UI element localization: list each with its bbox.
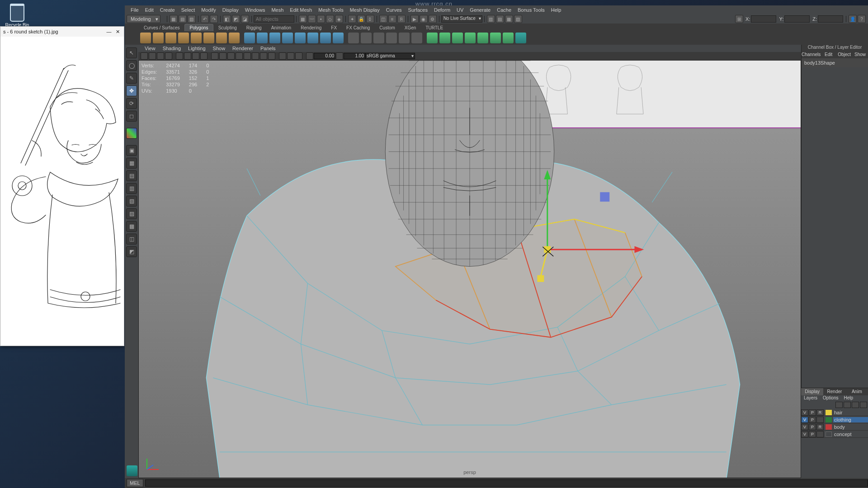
layout-hypershade-icon[interactable]: ◩ [126,246,137,257]
shelf-tab-animation[interactable]: Animation [267,24,296,31]
gear-icon[interactable] [282,33,293,43]
symmetry-button[interactable]: ◫ [379,15,387,23]
menu-edit[interactable]: Edit [142,7,157,13]
mirror-icon[interactable] [439,33,450,43]
poly-cylinder-icon[interactable] [165,33,176,43]
smooth-shade-button[interactable] [219,52,226,60]
account-button[interactable]: 👤 [849,15,857,23]
panel-menu-lighting[interactable]: Lighting [184,46,209,51]
layout-outliner-icon[interactable]: ▨ [126,208,137,219]
render-settings-button[interactable]: ⚙ [429,15,437,23]
poly-cone-icon[interactable] [178,33,189,43]
menu-create[interactable]: Create [157,7,178,13]
film-gate-button[interactable] [184,52,191,60]
image-plane-button[interactable] [157,52,164,60]
grid-button[interactable] [176,52,183,60]
layer-v-toggle[interactable]: V [801,431,808,437]
redo-button[interactable]: ↷ [210,15,218,23]
layer-menu-layers[interactable]: Layers [801,395,820,402]
menu-curves[interactable]: Curves [383,7,405,13]
shelf-tab-polygons[interactable]: Polygons [184,24,213,31]
window-close-button[interactable]: ✕ [114,27,121,37]
layer-v-toggle[interactable]: V [801,409,808,416]
layout-single-icon[interactable]: ▣ [126,145,137,156]
layer-tab-display[interactable]: Display [801,388,823,395]
cb-menu-edit[interactable]: Edit [821,51,836,58]
rotate-tool[interactable]: ⟳ [126,98,137,109]
undo-button[interactable]: ↶ [201,15,209,23]
menu-mesh-tools[interactable]: Mesh Tools [315,7,346,13]
cb-menu-object[interactable]: Object [836,51,852,58]
layer-row-body[interactable]: VPRbody [801,423,868,431]
aa-button[interactable] [268,52,275,60]
poly-plane-icon[interactable] [191,33,202,43]
poly-torus-icon[interactable] [203,33,214,43]
layer-tab-anim[interactable]: Anim [846,388,868,395]
select-tool[interactable]: ↖ [126,47,137,58]
multi-cut-icon[interactable] [465,33,476,43]
xray-button[interactable] [279,52,286,60]
layer-v-toggle[interactable]: V [801,417,808,423]
layer-r-toggle[interactable]: R [816,409,824,416]
maya-home-icon[interactable] [127,465,137,476]
menu-mesh-display[interactable]: Mesh Display [347,7,383,13]
panel-menu-renderer[interactable]: Renderer [229,46,257,51]
layer-r-toggle[interactable] [816,417,824,423]
resolution-gate-button[interactable] [192,52,199,60]
use-lights-button[interactable] [236,52,243,60]
layout-graph-icon[interactable]: ◫ [126,234,137,244]
bookmark-button[interactable] [149,52,156,60]
layer-new-selected-button[interactable] [860,402,867,408]
command-input[interactable] [145,479,868,487]
menu-display[interactable]: Display [219,7,242,13]
layer-row-clothing[interactable]: VPclothing [801,416,868,423]
render-button[interactable]: ▶ [410,15,419,23]
scale-tool[interactable]: ◻ [126,111,137,122]
layer-name[interactable]: hair [833,410,868,415]
view-transform-dropdown[interactable]: sRGB gamma [365,53,415,59]
toggle-toolsettings-button[interactable]: ▤ [496,15,504,23]
separate-icon[interactable] [348,33,359,43]
interactive-creation-button[interactable]: ✦ [348,15,356,23]
superellipse-icon[interactable] [257,33,268,43]
layer-new-button[interactable] [852,402,859,408]
shelf-tab-curves-surfaces[interactable]: Curves / Surfaces [139,24,184,31]
lock-button[interactable]: 🔒 [357,15,365,23]
bevel-icon[interactable] [386,33,397,43]
gamma-button[interactable] [336,52,343,60]
selection-search-input[interactable] [254,15,294,23]
layer-name[interactable]: body [833,424,868,430]
image-viewer-titlebar[interactable]: s - 6 round sketch (1).jpg — ✕ [0,27,124,37]
menu-edit-mesh[interactable]: Edit Mesh [287,7,315,13]
helix-icon[interactable] [269,33,280,43]
sel-mode-component[interactable]: ◪ [241,15,249,23]
menu-bonus-tools[interactable]: Bonus Tools [514,7,548,13]
layer-menu-help[interactable]: Help [841,395,856,402]
menu-windows[interactable]: Windows [242,7,269,13]
save-scene-button[interactable]: ▧ [188,15,196,23]
toggle-modeling-toolkit-button[interactable]: ▧ [514,15,522,23]
menu-surfaces[interactable]: Surfaces [405,7,431,13]
window-minimize-button[interactable]: — [105,27,113,37]
layer-color-swatch[interactable] [826,417,832,422]
coord-x-field[interactable] [751,15,776,23]
layer-color-swatch[interactable] [826,410,832,415]
quad-draw-icon[interactable] [490,33,501,43]
cb-menu-show[interactable]: Show [852,51,868,58]
menu-set-selector[interactable]: Modeling [127,15,160,23]
shelf-tab-custom[interactable]: Custom [375,24,399,31]
boolean-icon[interactable] [361,33,372,43]
magnet-button[interactable]: ⧲ [366,15,374,23]
layer-tab-render[interactable]: Render [823,388,845,395]
new-scene-button[interactable]: ▦ [170,15,178,23]
layout-two-h-icon[interactable]: ▤ [126,170,137,181]
absolute-transform-button[interactable]: ⊞ [735,15,743,23]
type-icon[interactable] [307,33,318,43]
layer-name[interactable]: concept [833,432,868,437]
gamma-field[interactable]: 1.00 [344,53,365,59]
smooth-icon[interactable] [427,33,438,43]
layer-row-hair[interactable]: VPRhair [801,409,868,416]
script-language-selector[interactable]: MEL [127,479,143,487]
motion-blur-button[interactable] [260,52,267,60]
paint-select-tool[interactable]: ✎ [126,73,137,84]
